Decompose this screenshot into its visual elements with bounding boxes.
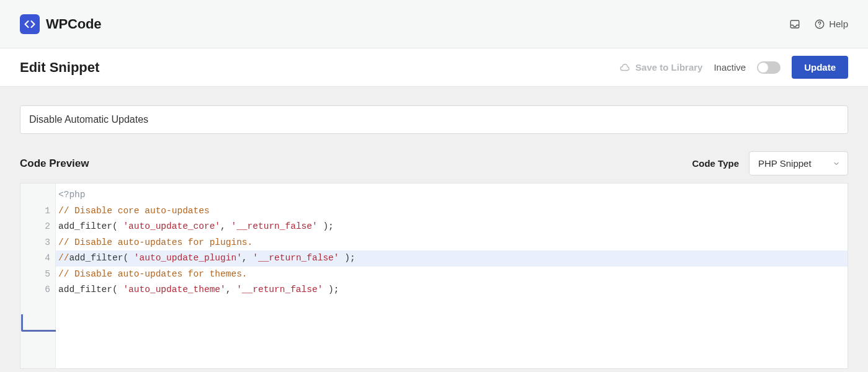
snippet-title-input[interactable] <box>20 105 848 134</box>
code-preview-label: Code Preview <box>20 157 89 170</box>
code-line: add_filter( 'auto_update_theme', '__retu… <box>56 282 848 298</box>
code-line: // Disable core auto-updates <box>56 203 848 219</box>
page-title: Edit Snippet <box>20 60 99 76</box>
code-body[interactable]: <?php// Disable core auto-updatesadd_fil… <box>56 184 848 368</box>
content-area: Code Preview Code Type PHP Snippet 1 2 3… <box>0 87 868 372</box>
save-library-label: Save to Library <box>635 62 702 73</box>
cloud-icon <box>619 62 630 73</box>
active-toggle[interactable] <box>757 61 781 74</box>
line-number <box>20 187 55 203</box>
inbox-icon <box>789 19 800 30</box>
line-number: 6 <box>20 282 55 298</box>
brand-name: WPCode <box>46 16 101 32</box>
top-header: WPCode Help <box>0 0 868 48</box>
code-editor[interactable]: 1 2 3 4 5 6 <?php// Disable core auto-up… <box>20 183 848 369</box>
code-type-wrap: Code Type PHP Snippet <box>692 151 848 175</box>
help-button[interactable]: Help <box>814 19 848 30</box>
code-type-label: Code Type <box>692 158 739 169</box>
top-right-actions: Help <box>789 19 848 30</box>
line-number: 2 <box>20 219 55 235</box>
svg-point-2 <box>819 25 820 27</box>
action-bar: Edit Snippet Save to Library Inactive Up… <box>0 48 868 87</box>
code-line: add_filter( 'auto_update_core', '__retur… <box>56 219 848 235</box>
line-number-gutter: 1 2 3 4 5 6 <box>20 184 56 368</box>
code-line: <?php <box>56 187 848 203</box>
code-line: // Disable auto-updates for themes. <box>56 267 848 283</box>
help-label: Help <box>829 19 848 29</box>
save-to-library-button[interactable]: Save to Library <box>619 62 702 73</box>
brand-icon <box>20 14 40 34</box>
line-number: 1 <box>20 203 55 219</box>
code-type-select[interactable]: PHP Snippet <box>749 151 848 175</box>
status-label: Inactive <box>714 62 746 73</box>
notifications-button[interactable] <box>789 19 800 30</box>
code-line: //add_filter( 'auto_update_plugin', '__r… <box>56 250 848 267</box>
line-number: 5 <box>20 267 55 283</box>
line-number: 4 <box>20 250 55 267</box>
action-bar-right: Save to Library Inactive Update <box>619 56 848 79</box>
code-line: // Disable auto-updates for plugins. <box>56 235 848 251</box>
update-button[interactable]: Update <box>792 56 848 79</box>
code-type-value: PHP Snippet <box>758 158 812 169</box>
help-icon <box>814 19 825 30</box>
brand-logo: WPCode <box>20 14 101 34</box>
preview-header-row: Code Preview Code Type PHP Snippet <box>20 151 848 175</box>
chevron-down-icon <box>833 160 840 167</box>
line-number: 3 <box>20 235 55 251</box>
